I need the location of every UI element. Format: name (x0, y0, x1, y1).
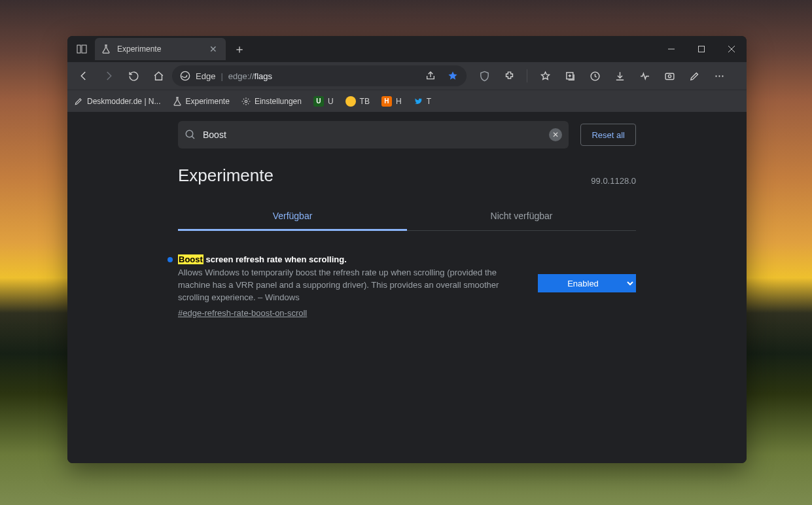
bookmark-label: U (328, 97, 334, 106)
toolbar: Edge | edge://flags (67, 62, 747, 90)
favicon (345, 96, 356, 107)
back-button[interactable] (73, 65, 95, 87)
bookmark-label: Deskmodder.de | N... (87, 97, 161, 106)
flags-search-box[interactable]: ✕ (178, 121, 569, 148)
new-tab-button[interactable]: ＋ (230, 39, 249, 59)
bookmark-item[interactable]: Deskmodder.de | N... (74, 97, 161, 106)
tab-available[interactable]: Verfügbar (178, 203, 407, 231)
version-label: 99.0.1128.0 (591, 176, 636, 186)
bookmark-label: H (396, 97, 402, 106)
page-content: ✕ Reset all Experimente 99.0.1128.0 Verf… (67, 112, 747, 463)
svg-point-14 (245, 100, 247, 103)
favicon: H (381, 96, 392, 107)
bookmark-item[interactable]: Einstellungen (241, 97, 302, 106)
address-separator: | (221, 71, 222, 81)
svg-point-10 (668, 75, 671, 77)
extension-icon[interactable] (498, 65, 520, 87)
svg-point-12 (718, 75, 720, 77)
svg-line-16 (192, 136, 194, 139)
shield-icon[interactable] (473, 65, 495, 87)
address-bar[interactable]: Edge | edge://flags (172, 65, 467, 86)
bookmark-label: T (427, 97, 431, 106)
performance-icon[interactable] (633, 65, 656, 87)
forward-button[interactable] (97, 65, 120, 87)
close-tab-button[interactable]: ✕ (207, 43, 219, 55)
favicon: U (313, 96, 324, 107)
flag-modified-indicator (168, 257, 173, 262)
more-menu-button[interactable] (708, 65, 730, 87)
flask-icon (173, 97, 182, 106)
flag-title: Boost screen refresh rate when scrolling… (178, 254, 522, 264)
page-title: Experimente (178, 165, 274, 186)
clear-search-button[interactable]: ✕ (549, 128, 562, 141)
bookmark-label: TB (360, 97, 370, 106)
svg-rect-1 (82, 45, 86, 53)
twitter-icon (414, 97, 423, 106)
close-window-button[interactable] (716, 36, 747, 62)
edge-logo-icon (180, 71, 190, 81)
title-bar: Experimente ✕ ＋ (67, 36, 747, 62)
bookmark-item[interactable]: H H (381, 96, 402, 107)
favorites-icon[interactable] (534, 65, 556, 87)
flag-item: Boost screen refresh rate when scrolling… (178, 254, 636, 319)
refresh-button[interactable] (122, 65, 145, 87)
bookmark-label: Experimente (186, 97, 230, 106)
toolbar-divider (527, 69, 527, 82)
toolbar-right (473, 65, 730, 87)
favorite-star-icon[interactable] (444, 71, 461, 81)
tab-unavailable[interactable]: Nicht verfügbar (407, 203, 636, 230)
search-icon (185, 129, 196, 141)
flags-tabs: Verfügbar Nicht verfügbar (178, 203, 636, 231)
downloads-icon[interactable] (609, 65, 631, 87)
address-engine-label: Edge (196, 71, 215, 81)
bookmark-label: Einstellungen (255, 97, 302, 106)
bookmark-item[interactable]: U U (313, 96, 334, 107)
browser-window: Experimente ✕ ＋ Edge | edge://flags (67, 36, 747, 463)
share-icon[interactable] (422, 71, 439, 81)
svg-point-15 (186, 130, 193, 137)
collections-icon[interactable] (559, 65, 581, 87)
browser-tab[interactable]: Experimente ✕ (95, 38, 226, 60)
edit-icon[interactable] (683, 65, 705, 87)
maximize-button[interactable] (686, 36, 716, 62)
history-icon[interactable] (584, 65, 606, 87)
tab-title: Experimente (117, 44, 161, 54)
screenshot-icon[interactable] (658, 65, 680, 87)
bookmark-item[interactable]: Experimente (173, 97, 230, 106)
home-button[interactable] (147, 65, 169, 87)
gear-icon (241, 97, 251, 106)
flag-state-select[interactable]: Enabled (538, 274, 636, 292)
address-url: edge://flags (228, 71, 272, 81)
bookmark-item[interactable]: TB (345, 96, 370, 107)
bookmarks-bar: Deskmodder.de | N... Experimente Einstel… (67, 90, 747, 112)
pencil-icon (74, 97, 83, 106)
svg-rect-0 (77, 45, 80, 53)
flag-hash-link[interactable]: #edge-refresh-rate-boost-on-scroll (178, 308, 307, 318)
bookmark-item[interactable]: T (414, 97, 431, 106)
flask-icon (101, 44, 111, 54)
svg-rect-3 (699, 46, 705, 52)
minimize-button[interactable] (656, 36, 686, 62)
svg-point-11 (715, 75, 716, 77)
svg-rect-9 (665, 73, 674, 79)
svg-point-13 (722, 75, 723, 77)
flag-description: Allows Windows to temporarily boost the … (178, 267, 522, 304)
tab-actions-button[interactable] (71, 39, 92, 60)
flags-search-input[interactable] (203, 130, 542, 140)
reset-all-button[interactable]: Reset all (580, 124, 636, 146)
window-controls (656, 36, 747, 62)
